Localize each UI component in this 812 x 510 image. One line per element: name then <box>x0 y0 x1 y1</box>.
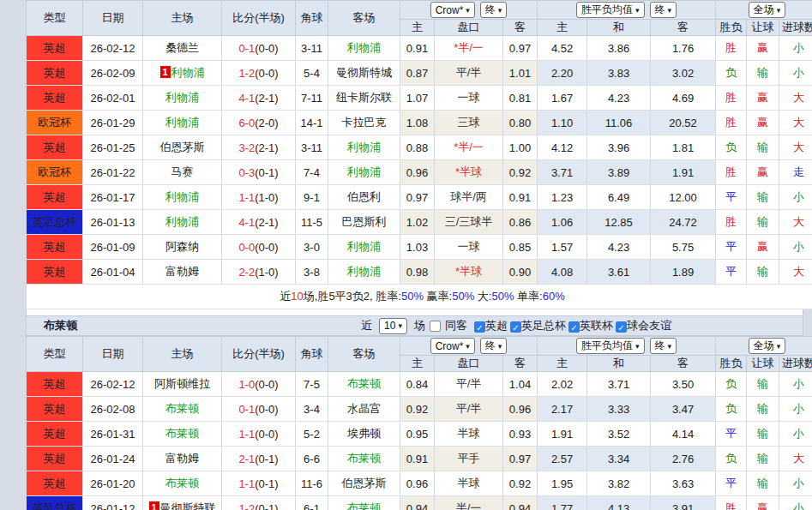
score-cell: 0-1(0-0) <box>222 397 296 422</box>
league-checkbox[interactable]: ✓ <box>568 321 580 333</box>
home-team-cell[interactable]: 布莱顿 <box>143 471 222 496</box>
corner-cell: 7-5 <box>296 372 328 397</box>
away-team-cell[interactable]: 利物浦 <box>328 36 400 61</box>
games-label: 场 <box>414 318 425 333</box>
home-team-cell[interactable]: 利物浦 <box>143 111 222 135</box>
match-scope-select[interactable]: 全场▾ <box>749 338 786 354</box>
away-team-cell[interactable]: 利物浦 <box>328 260 400 285</box>
score-cell: 2-1(0-1) <box>222 447 296 471</box>
odds-stage-select[interactable]: 终▾ <box>480 2 508 18</box>
wdl-stage-select[interactable]: 终▾ <box>650 338 677 354</box>
away-team-cell[interactable]: 水晶宫 <box>328 397 400 422</box>
match-row: 英超26-02-01利物浦4-1(2-1)7-11纽卡斯尔联1.07一球0.81… <box>27 86 812 111</box>
date-cell: 26-01-13 <box>83 210 143 235</box>
mean-away-cell: 5.75 <box>651 235 716 260</box>
odds-stage-select[interactable]: 终▾ <box>480 338 508 354</box>
home-team-cell[interactable]: 桑德兰 <box>143 36 222 61</box>
match-scope-select[interactable]: 全场▾ <box>749 2 786 18</box>
handicap-result-cell: 赢 <box>747 160 779 185</box>
league-checkbox[interactable]: ✓ <box>510 321 521 333</box>
mean-away-cell: 2.76 <box>651 447 716 471</box>
home-team-cell[interactable]: 利物浦 <box>143 86 222 111</box>
away-team-cell[interactable]: 利物浦 <box>328 235 400 260</box>
col-handicap: 盘口 <box>435 20 503 36</box>
away-team-cell[interactable]: 布莱顿 <box>328 447 400 471</box>
ht-score: (0-0) <box>255 42 278 55</box>
recent-count-select[interactable]: 10▾ <box>379 318 407 334</box>
odds-away-cell: 0.90 <box>503 260 538 285</box>
home-team-cell[interactable]: 利物浦 <box>143 185 222 210</box>
away-team-cell[interactable]: 利物浦 <box>328 135 400 160</box>
away-team-cell[interactable]: 纽卡斯尔联 <box>328 86 400 111</box>
away-team-cell[interactable]: 布莱顿 <box>328 372 400 397</box>
home-team-cell[interactable]: 马赛 <box>143 160 222 185</box>
same-away-checkbox[interactable] <box>430 321 441 332</box>
home-team-cell[interactable]: 伯恩茅斯 <box>143 135 222 160</box>
mean-home-cell: 1.57 <box>538 235 587 260</box>
away-team-cell[interactable]: 布莱顿 <box>328 496 400 510</box>
home-team-cell[interactable]: 1利物浦 <box>143 61 222 86</box>
bookmaker-select[interactable]: Crow*▾ <box>430 2 475 18</box>
mean-draw-cell: 3.82 <box>587 471 651 496</box>
goals-cell: 小 <box>779 372 812 397</box>
ht-score: (2-0) <box>255 117 278 129</box>
match-row: 英超26-02-12阿斯顿维拉1-0(0-0)7-5布莱顿0.84平/半1.04… <box>27 372 812 397</box>
mean-draw-cell: 4.23 <box>587 235 651 260</box>
page: 类型 日期 主场 比分(半场) 角球 客场 Crow*▾终▾ 胜平负均值▾终▾ … <box>0 0 812 510</box>
date-cell: 26-01-22 <box>83 160 143 185</box>
home-team-cell[interactable]: 布莱顿 <box>143 422 222 447</box>
mean-away-cell: 12.00 <box>651 185 716 210</box>
odds-home-cell: 1.03 <box>400 235 435 260</box>
col-home: 主场 <box>143 1 222 36</box>
home-team-cell[interactable]: 阿斯顿维拉 <box>143 372 222 397</box>
goals-cell: 小 <box>779 471 812 496</box>
home-team-cell[interactable]: 利物浦 <box>143 210 222 235</box>
away-team-cell[interactable]: 伯恩利 <box>328 185 400 210</box>
stats-content: 类型 日期 主场 比分(半场) 角球 客场 Crow*▾终▾ 胜平负均值▾终▾ … <box>26 0 803 510</box>
team-name: 桑德兰 <box>165 41 199 54</box>
mean-draw-cell: 3.96 <box>587 135 651 160</box>
odds-home-cell: 0.98 <box>400 260 435 285</box>
date-cell: 26-01-04 <box>83 260 143 285</box>
away-team-cell[interactable]: 埃弗顿 <box>328 422 400 447</box>
wdl-mean-select[interactable]: 胜平负均值▾ <box>576 338 645 354</box>
bookmaker-select[interactable]: Crow*▾ <box>430 338 475 354</box>
home-team-cell[interactable]: 阿森纳 <box>143 235 222 260</box>
corner-cell: 3-11 <box>296 135 328 160</box>
league-cell: 英超 <box>27 447 83 471</box>
odds-away-cell: 0.96 <box>503 397 538 422</box>
scope-controls: 全场▾ <box>716 337 812 356</box>
league-cell: 英超 <box>27 135 83 160</box>
handicap-cell: 一球 <box>435 86 503 111</box>
wdl-mean-select[interactable]: 胜平负均值▾ <box>576 2 645 18</box>
chevron-down-icon: ▾ <box>498 342 502 351</box>
same-away-label: 同客 <box>445 318 467 333</box>
home-team-cell[interactable]: 富勒姆 <box>143 447 222 471</box>
bookmaker-controls: Crow*▾终▾ <box>400 337 538 356</box>
away-team-cell[interactable]: 卡拉巴克 <box>328 111 400 135</box>
result-cell: 负 <box>716 135 747 160</box>
away-team-cell[interactable]: 曼彻斯特城 <box>328 61 400 86</box>
col-mean-away: 客 <box>651 20 716 36</box>
team-name: 利物浦 <box>165 116 199 129</box>
league-checkbox-label: 英超 <box>485 319 508 332</box>
wdl-stage-select[interactable]: 终▾ <box>650 2 677 18</box>
home-team-cell[interactable]: 1曼彻斯特联 <box>143 496 222 510</box>
wdl-mean-controls: 胜平负均值▾终▾ <box>538 1 716 20</box>
home-team-cell[interactable]: 富勒姆 <box>143 260 222 285</box>
brighton-section-bar: 布莱顿 近 10▾ 场 同客 ✓英超✓英足总杯✓英联杯✓球会友谊 <box>26 315 803 336</box>
mean-draw-cell: 3.34 <box>587 447 651 471</box>
match-rows-0: 英超26-02-12桑德兰0-1(0-0)3-11利物浦0.91*半/一0.97… <box>27 36 812 285</box>
handicap-cell: *半球 <box>435 260 503 285</box>
home-team-cell[interactable]: 布莱顿 <box>143 397 222 422</box>
mean-draw-cell: 3.52 <box>587 422 651 447</box>
away-team-cell[interactable]: 利物浦 <box>328 160 400 185</box>
league-checkbox[interactable]: ✓ <box>616 321 627 333</box>
league-checkbox[interactable]: ✓ <box>474 321 485 333</box>
odds-home-cell: 0.91 <box>400 36 435 61</box>
mean-away-cell: 20.52 <box>651 111 716 135</box>
odds-away-cell: 1.00 <box>503 135 538 160</box>
away-team-cell[interactable]: 巴恩斯利 <box>328 210 400 235</box>
away-team-cell[interactable]: 伯恩茅斯 <box>328 471 400 496</box>
summary-segment: 60% <box>543 290 565 303</box>
